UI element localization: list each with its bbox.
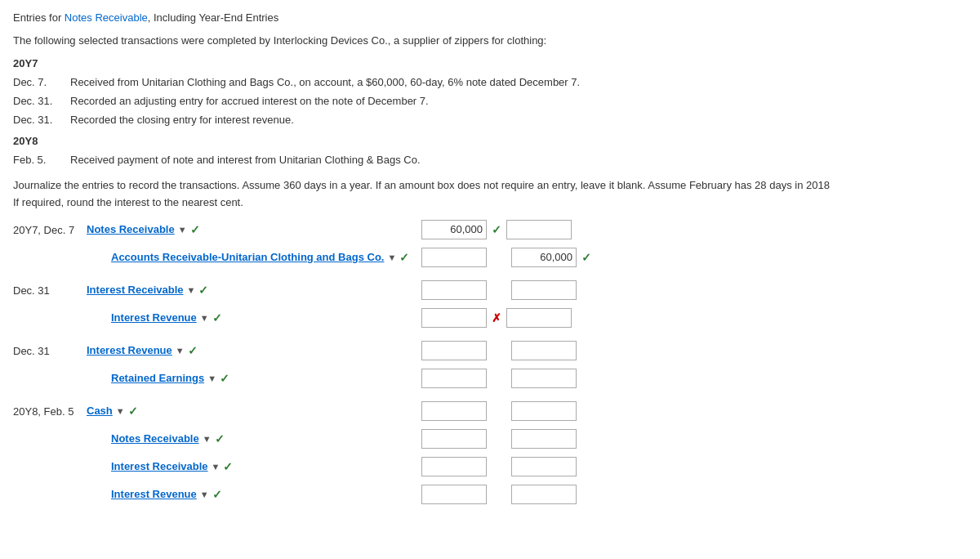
journal-account-1-2: Accounts Receivable-Unitarian Clothing a… [87, 251, 413, 264]
year2-label: 20Y8 [13, 133, 967, 150]
debit-input-4-2[interactable] [421, 429, 487, 449]
journal-row-2-1: Dec. 31 Interest Receivable ▼ ✓ [13, 279, 967, 302]
journal-account-2-2: Interest Revenue ▼ ✓ [87, 311, 413, 324]
journal-date-4-blank-4 [13, 494, 87, 495]
dropdown-arrow-2-1[interactable]: ▼ [187, 285, 196, 295]
transactions-block: 20Y7 Dec. 7. Received from Unitarian Clo… [13, 56, 967, 169]
journal-date-4: 20Y8, Feb. 5 [13, 404, 87, 418]
trans-desc-2: Recorded an adjusting entry for accrued … [70, 93, 967, 110]
check-icon-3-2: ✓ [220, 372, 229, 385]
trans-date-1: Dec. 7. [13, 74, 70, 92]
credit-input-2-2[interactable] [506, 308, 572, 328]
credit-input-3-2[interactable] [511, 369, 577, 388]
account-interest-revenue-1[interactable]: Interest Revenue [111, 311, 197, 324]
check-icon-2-1: ✓ [198, 284, 208, 297]
journal-account-4-3: Interest Receivable ▼ ✓ [87, 460, 413, 473]
account-interest-receivable-1[interactable]: Interest Receivable [87, 284, 184, 296]
credit-input-1-1[interactable] [506, 220, 572, 239]
amounts-4-4 [420, 485, 578, 504]
journal-account-4-4: Interest Revenue ▼ ✓ [87, 488, 413, 501]
account-ar-unitarian[interactable]: Accounts Receivable-Unitarian Clothing a… [111, 251, 384, 263]
debit-input-3-1[interactable] [421, 341, 487, 360]
credit-input-4-4[interactable] [511, 485, 577, 504]
journal-account-2-1: Interest Receivable ▼ ✓ [87, 284, 413, 297]
check-icon-2-2: ✓ [212, 311, 222, 324]
journal-account-3-1: Interest Revenue ▼ ✓ [87, 344, 413, 357]
check-icon-1-2: ✓ [399, 251, 409, 264]
account-notes-receivable-1[interactable]: Notes Receivable [87, 223, 175, 235]
credit-input-4-2[interactable] [511, 429, 577, 449]
journal-date-4-blank-2 [13, 438, 87, 440]
debit-input-4-3[interactable] [421, 457, 487, 476]
account-notes-receivable-2[interactable]: Notes Receivable [111, 432, 199, 445]
journal-account-4-1: Cash ▼ ✓ [87, 405, 413, 418]
page-header: Entries for Notes Receivable, Including … [13, 10, 967, 26]
journal-entry-3: Dec. 31 Interest Revenue ▼ ✓ Retained Ea… [13, 339, 967, 390]
check-icon-4-1: ✓ [128, 405, 138, 418]
account-interest-receivable-2[interactable]: Interest Receivable [111, 460, 208, 472]
account-cash[interactable]: Cash [87, 405, 113, 417]
amounts-2-2: ✗ [420, 308, 573, 328]
journal-account-4-2: Notes Receivable ▼ ✓ [87, 432, 413, 445]
check-icon-3-1: ✓ [188, 344, 198, 357]
journal-entry-1: 20Y7, Dec. 7 Notes Receivable ▼ ✓ ✓ Acco… [13, 218, 967, 269]
check-icon-4-4: ✓ [212, 488, 222, 501]
account-interest-revenue-2[interactable]: Interest Revenue [87, 344, 172, 356]
credit-input-4-1[interactable] [511, 401, 577, 421]
amounts-2-1 [420, 280, 578, 300]
journal-entry-4: 20Y8, Feb. 5 Cash ▼ ✓ Notes Receivable ▼… [13, 400, 967, 506]
debit-input-2-2[interactable] [421, 308, 487, 328]
trans-row-1: Dec. 7. Received from Unitarian Clothing… [13, 74, 967, 92]
journal-row-3-2: Retained Earnings ▼ ✓ [13, 367, 967, 390]
credit-input-3-1[interactable] [511, 341, 577, 360]
dropdown-arrow-4-3[interactable]: ▼ [212, 462, 220, 472]
trans-date-3: Dec. 31. [13, 112, 70, 129]
credit-input-4-3[interactable] [511, 457, 577, 476]
trans-desc-1: Received from Unitarian Clothing and Bag… [70, 74, 967, 92]
journal-date-2-blank [13, 317, 87, 319]
journal-row-3-1: Dec. 31 Interest Revenue ▼ ✓ [13, 339, 967, 362]
debit-input-4-4[interactable] [421, 485, 487, 504]
credit-input-2-1[interactable] [511, 280, 577, 300]
journal-date-3: Dec. 31 [13, 343, 87, 357]
dropdown-arrow-1-2[interactable]: ▼ [387, 253, 396, 262]
account-retained-earnings[interactable]: Retained Earnings [111, 372, 204, 384]
notes-receivable-link[interactable]: Notes Receivable [65, 11, 148, 24]
amounts-4-2 [420, 429, 578, 449]
instruction-line1: Journalize the entries to record the tra… [13, 177, 967, 195]
debit-input-4-1[interactable] [421, 401, 487, 421]
instructions-block: Journalize the entries to record the tra… [13, 177, 967, 212]
year1-label: 20Y7 [13, 56, 967, 73]
trans-desc-4: Received payment of note and interest fr… [70, 152, 967, 169]
journal-date-1-blank [13, 257, 87, 258]
debit-input-2-1[interactable] [421, 280, 487, 300]
debit-input-1-2[interactable] [421, 248, 487, 267]
trans-row-2: Dec. 31. Recorded an adjusting entry for… [13, 93, 967, 110]
dropdown-arrow-4-2[interactable]: ▼ [203, 434, 212, 444]
journal-date-3-blank [13, 378, 87, 379]
journal-row-4-4: Interest Revenue ▼ ✓ [13, 483, 967, 506]
credit-input-1-2[interactable] [511, 248, 577, 267]
amounts-1-2: ✓ [420, 248, 591, 267]
amounts-3-2 [420, 369, 578, 388]
debit-input-3-2[interactable] [421, 369, 487, 388]
x-icon-2-2: ✗ [492, 311, 501, 324]
dropdown-arrow-3-2[interactable]: ▼ [207, 373, 216, 383]
trans-row-3: Dec. 31. Recorded the closing entry for … [13, 112, 967, 129]
journal-area: 20Y7, Dec. 7 Notes Receivable ▼ ✓ ✓ Acco… [13, 218, 967, 506]
account-interest-revenue-3[interactable]: Interest Revenue [111, 488, 197, 500]
dropdown-arrow-4-4[interactable]: ▼ [200, 490, 209, 499]
check-icon-4-2: ✓ [215, 432, 225, 445]
journal-date-2: Dec. 31 [13, 283, 87, 297]
dropdown-arrow-1[interactable]: ▼ [178, 225, 187, 235]
debit-input-1-1[interactable] [421, 220, 487, 239]
dropdown-arrow-2-2[interactable]: ▼ [200, 313, 209, 323]
journal-row-4-3: Interest Receivable ▼ ✓ [13, 455, 967, 478]
trans-row-4: Feb. 5. Received payment of note and int… [13, 152, 967, 169]
journal-row-2-2: Interest Revenue ▼ ✓ ✗ [13, 306, 967, 329]
journal-date-4-blank-3 [13, 466, 87, 467]
credit-check-1-2: ✓ [581, 251, 591, 264]
journal-entry-2: Dec. 31 Interest Receivable ▼ ✓ Interest… [13, 279, 967, 329]
dropdown-arrow-4-1[interactable]: ▼ [116, 406, 125, 416]
dropdown-arrow-3-1[interactable]: ▼ [176, 346, 185, 356]
